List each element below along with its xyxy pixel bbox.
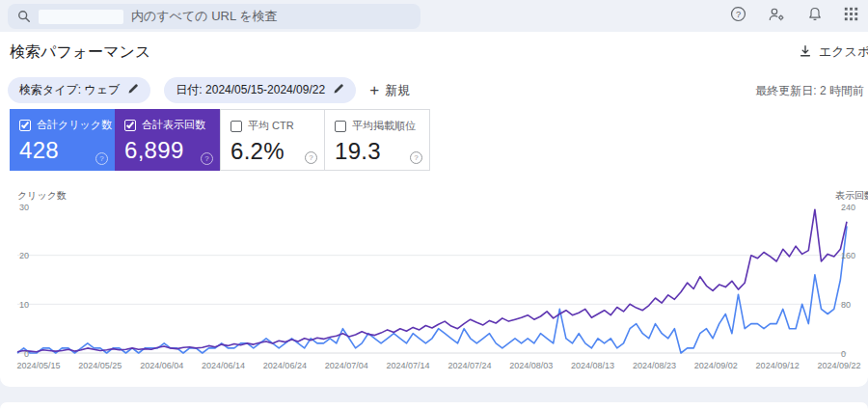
x-axis-date-label: 2024/07/04 bbox=[325, 361, 368, 370]
search-hint-text: 内のすべての URL を検査 bbox=[131, 8, 278, 25]
left-axis-tick: 30 bbox=[0, 203, 29, 212]
total-impressions-label: 合計表示回数 bbox=[142, 118, 205, 132]
performance-chart[interactable]: クリック数 表示回数 2024/05/152024/05/252024/06/0… bbox=[0, 188, 868, 381]
apps-grid-icon[interactable] bbox=[844, 7, 858, 25]
total-clicks-label: 合計クリック数 bbox=[37, 118, 112, 132]
x-axis-date-label: 2024/07/14 bbox=[387, 361, 430, 370]
total-impressions-card[interactable]: 合計表示回数 6,899 ? bbox=[115, 109, 220, 171]
help-icon[interactable]: ? bbox=[730, 6, 746, 26]
unchecked-checkbox-icon[interactable] bbox=[335, 121, 346, 132]
x-axis-date-label: 2024/05/15 bbox=[16, 361, 60, 370]
x-axis-date-label: 2024/05/25 bbox=[78, 361, 122, 370]
average-ctr-label: 平均 CTR bbox=[248, 119, 294, 133]
left-axis-tick: 10 bbox=[0, 300, 29, 310]
export-label: エクスポート bbox=[819, 43, 868, 61]
right-axis-tick: 160 bbox=[841, 251, 855, 260]
search-type-chip[interactable]: 検索タイプ: ウェブ bbox=[8, 77, 150, 103]
average-ctr-value: 6.2% bbox=[231, 138, 314, 165]
x-axis-date-label: 2024/08/13 bbox=[571, 361, 614, 370]
average-position-label: 平均掲載順位 bbox=[352, 119, 416, 133]
new-filter-button[interactable]: + 新規 bbox=[369, 82, 410, 99]
average-ctr-card[interactable]: 平均 CTR 6.2% ? bbox=[220, 109, 325, 171]
total-clicks-card[interactable]: 合計クリック数 428 ? bbox=[10, 109, 115, 171]
left-axis-tick: 20 bbox=[0, 251, 29, 260]
x-axis-date-label: 2024/08/23 bbox=[633, 361, 676, 370]
total-clicks-value: 428 bbox=[19, 137, 105, 164]
total-impressions-value: 6,899 bbox=[124, 137, 210, 164]
notifications-bell-icon[interactable] bbox=[807, 6, 823, 26]
unchecked-checkbox-icon[interactable] bbox=[231, 121, 242, 132]
edit-pencil-icon bbox=[127, 83, 139, 97]
user-settings-icon[interactable] bbox=[768, 6, 786, 26]
x-axis-date-label: 2024/06/14 bbox=[202, 361, 245, 370]
help-circle-icon[interactable]: ? bbox=[201, 152, 213, 165]
checked-checkbox-icon[interactable] bbox=[19, 120, 31, 131]
left-axis-tick: 0 bbox=[0, 349, 29, 359]
help-circle-icon[interactable]: ? bbox=[95, 152, 108, 165]
x-axis-date-label: 2024/06/04 bbox=[140, 361, 183, 370]
x-axis-date-label: 2024/07/24 bbox=[448, 361, 491, 370]
x-axis-date-label: 2024/09/22 bbox=[817, 361, 860, 370]
next-section-card bbox=[0, 402, 868, 409]
average-position-card[interactable]: 平均掲載順位 19.3 ? bbox=[325, 109, 430, 171]
plus-icon: + bbox=[369, 82, 379, 98]
help-circle-icon[interactable]: ? bbox=[410, 151, 422, 164]
help-circle-icon[interactable]: ? bbox=[305, 151, 317, 164]
x-axis-date-label: 2024/09/12 bbox=[756, 361, 800, 370]
last-updated-text: 最終更新日: 2 時間前 bbox=[755, 83, 864, 99]
x-axis-date-label: 2024/08/03 bbox=[509, 361, 553, 370]
top-bar: 内のすべての URL を検査 ? bbox=[0, 0, 868, 32]
right-axis-tick: 80 bbox=[841, 300, 851, 310]
impressions-line[interactable] bbox=[17, 209, 847, 352]
checked-checkbox-icon[interactable] bbox=[124, 120, 136, 131]
page-title: 検索パフォーマンス bbox=[10, 42, 150, 63]
search-icon bbox=[17, 10, 31, 23]
new-filter-label: 新規 bbox=[385, 82, 410, 99]
download-icon bbox=[799, 44, 812, 61]
performance-chart-svg[interactable] bbox=[0, 188, 868, 381]
clicks-line[interactable] bbox=[17, 226, 847, 353]
date-range-chip-label: 日付: 2024/05/15-2024/09/22 bbox=[176, 82, 325, 98]
edit-pencil-icon bbox=[333, 83, 344, 97]
filter-row: 検索タイプ: ウェブ 日付: 2024/05/15-2024/09/22 + 新… bbox=[8, 77, 410, 103]
average-position-value: 19.3 bbox=[335, 138, 420, 165]
date-range-chip[interactable]: 日付: 2024/05/15-2024/09/22 bbox=[164, 77, 356, 103]
search-type-chip-label: 検索タイプ: ウェブ bbox=[19, 82, 120, 98]
export-button[interactable]: エクスポート bbox=[799, 43, 868, 61]
search-console-screen: 内のすべての URL を検査 ? 検索パフォーマンス エクスポート bbox=[0, 0, 868, 409]
right-axis-tick: 240 bbox=[841, 203, 855, 212]
x-axis-date-label: 2024/06/24 bbox=[263, 361, 307, 370]
right-axis-tick: 0 bbox=[841, 349, 846, 359]
url-inspection-search-input[interactable]: 内のすべての URL を検査 bbox=[8, 4, 420, 29]
metric-cards: 合計クリック数 428 ? 合計表示回数 6,899 ? 平均 CTR 6.2%… bbox=[10, 109, 430, 171]
x-axis-labels: 2024/05/152024/05/252024/06/042024/06/14… bbox=[0, 361, 868, 374]
redacted-site-name bbox=[39, 10, 123, 24]
svg-text:?: ? bbox=[736, 10, 741, 19]
x-axis-date-label: 2024/09/02 bbox=[694, 361, 738, 370]
